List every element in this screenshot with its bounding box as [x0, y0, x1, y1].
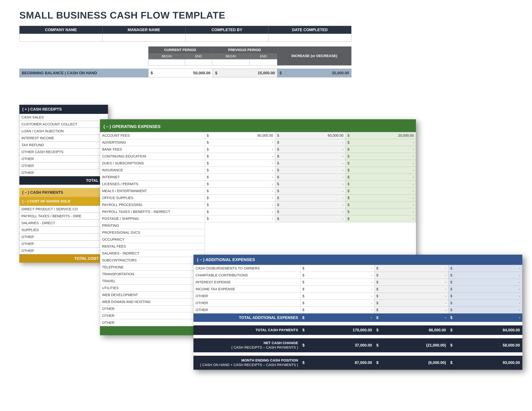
op-row-cur[interactable]: $- [205, 201, 275, 208]
op-row-prev[interactable]: $- [275, 208, 345, 215]
input-manager[interactable] [102, 34, 185, 42]
cr-row[interactable]: LOAN / CASH INJECTION [19, 128, 108, 135]
op-row-cur[interactable]: $- [205, 160, 275, 167]
cash-receipts-total: TOTAL CA [19, 176, 108, 185]
op-row-cur[interactable]: $- [205, 181, 275, 188]
op-row-prev[interactable]: $- [275, 167, 345, 174]
cr-row[interactable]: OTHER [19, 162, 108, 169]
op-row-prev[interactable]: $- [275, 188, 345, 195]
ad-row-prev[interactable]: $- [374, 293, 448, 300]
ad-total-prev: $- [374, 314, 448, 322]
ad-total-cur: $- [300, 314, 374, 322]
sum-tcp-diff: $84,000.00 [448, 326, 522, 335]
sum-tcp-cur: $170,000.00 [300, 326, 374, 335]
cash-receipts-head: ( + ) CASH RECEIPTS [19, 105, 108, 114]
op-row-cur[interactable]: $- [205, 174, 275, 181]
ad-row-prev[interactable]: $- [374, 286, 448, 293]
op-first-diff: $20,000.00 [345, 132, 416, 139]
op-row-label: WEB DEVELOPMENT [100, 291, 205, 299]
cogs-row[interactable]: DIRECT PRODUCT / SERVICE CO [19, 206, 108, 213]
cur-end-input[interactable] [185, 59, 212, 65]
ad-row-diff: $- [448, 300, 522, 307]
cr-row[interactable]: INTEREST INCOME [19, 135, 108, 142]
cogs-row[interactable]: SUPPLIES [19, 227, 108, 234]
cr-row[interactable]: TAX REFUND [19, 142, 108, 149]
cash-receipts-table: CASH SALESCUSTOMER ACCOUNT COLLECTLOAN /… [19, 114, 108, 176]
beginning-balance-row: BEGINNING BALANCE | CASH ON HAND $50,000… [19, 69, 352, 77]
sum-ncc-cur: $37,000.00 [300, 338, 374, 352]
col-date: DATE COMPLETED [268, 26, 352, 34]
cogs-row[interactable]: OTHER [19, 241, 108, 247]
op-first-label: ACCOUNT FEES [100, 132, 205, 139]
op-row-prev[interactable]: $- [275, 153, 345, 160]
cogs-row[interactable]: PAYROLL TAXES / BENEFITS - DIRE [19, 213, 108, 220]
ad-row-cur[interactable]: $- [300, 300, 374, 307]
ad-row-prev[interactable]: $- [374, 265, 448, 272]
ad-row-cur[interactable]: $- [300, 286, 374, 293]
ad-row-cur[interactable]: $- [300, 265, 374, 272]
ad-row-cur[interactable]: $- [300, 307, 374, 314]
op-first-cur[interactable]: $80,000.00 [205, 132, 275, 139]
op-row-label: WEB DOMAIN AND HOSTING [100, 299, 205, 305]
op-row-cur[interactable]: $- [205, 153, 275, 160]
cogs-row[interactable]: OTHER [19, 247, 108, 254]
op-row-prev[interactable]: $- [275, 174, 345, 181]
ad-row-prev[interactable]: $- [374, 279, 448, 286]
cr-row[interactable]: OTHER CASH RECEIPTS [19, 149, 108, 156]
op-row-label: LICENSES / PERMITS [100, 181, 205, 188]
op-row-diff: $- [345, 201, 416, 208]
op-row-cur[interactable]: $- [205, 195, 275, 201]
cogs-row[interactable]: SALARIES - DIRECT [19, 220, 108, 227]
page-title: SMALL BUSINESS CASH FLOW TEMPLATE [19, 10, 225, 21]
op-row-label: PAYROLL PROCESSING [100, 201, 205, 208]
op-row-cur[interactable]: $- [205, 215, 275, 222]
op-row-label: TELEPHONE [100, 264, 205, 271]
op-row-cur[interactable]: $- [205, 208, 275, 215]
receipts-payments-block: ( + ) CASH RECEIPTS CASH SALESCUSTOMER A… [19, 105, 108, 263]
ad-row-diff: $- [448, 293, 522, 300]
cr-row[interactable]: OTHER [19, 156, 108, 162]
cogs-row[interactable]: OTHER [19, 234, 108, 241]
prev-begin-input[interactable] [212, 59, 249, 65]
cr-row[interactable]: CASH SALES [19, 114, 108, 121]
header-block: COMPANY NAME MANAGER NAME COMPLETED BY D… [19, 26, 352, 77]
op-row-prev[interactable]: $- [275, 146, 345, 153]
input-date[interactable] [268, 34, 352, 42]
op-row-cur[interactable]: $- [205, 167, 275, 174]
op-row-prev[interactable]: $- [275, 160, 345, 167]
op-first-prev[interactable]: $60,000.00 [275, 132, 345, 139]
ad-row-prev[interactable]: $- [374, 300, 448, 307]
op-row-cur[interactable]: $- [205, 188, 275, 195]
additional-expenses-head: ( – ) ADDITIONAL EXPENSES [193, 255, 522, 265]
col-manager: MANAGER NAME [102, 26, 185, 34]
op-row-diff: $- [345, 208, 416, 215]
additional-expenses-total-row: TOTAL ADDITIONAL EXPENSES $- $- $- [193, 314, 522, 322]
prev-end-input[interactable] [249, 59, 277, 65]
ad-row-diff: $- [448, 286, 522, 293]
ad-row-prev[interactable]: $- [374, 272, 448, 279]
op-row-diff: $- [345, 160, 416, 167]
ad-row-cur[interactable]: $- [300, 293, 374, 300]
input-completed-by[interactable] [185, 34, 268, 42]
op-row-prev[interactable]: $- [275, 215, 345, 222]
op-row-prev[interactable]: $- [275, 139, 345, 146]
input-company[interactable] [19, 34, 103, 42]
ad-row-cur[interactable]: $- [300, 272, 374, 279]
cr-row[interactable]: OTHER [19, 169, 108, 176]
op-row-label: OTHER [100, 319, 205, 326]
op-row-label: INTERNET [100, 174, 205, 181]
cur-begin-input[interactable] [149, 59, 185, 65]
ad-row-cur[interactable]: $- [300, 279, 374, 286]
op-row-cur[interactable]: $- [205, 139, 275, 146]
op-row-prev[interactable]: $- [275, 181, 345, 188]
sum-me-cur: $87,000.00 [300, 356, 374, 370]
ad-row-prev[interactable]: $- [374, 307, 448, 314]
op-row-prev[interactable]: $- [275, 201, 345, 208]
op-row-prev[interactable]: $- [275, 195, 345, 201]
cr-row[interactable]: CUSTOMER ACCOUNT COLLECT [19, 121, 108, 128]
bb-diff: $35,000.00 [277, 69, 352, 77]
op-row-label: DUES / SUBSCRIPTIONS [100, 160, 205, 167]
sum-ncc-prev: $(21,000.00) [374, 338, 448, 352]
sum-ncc-diff: $58,000.00 [448, 338, 522, 352]
op-row-cur[interactable]: $- [205, 146, 275, 153]
